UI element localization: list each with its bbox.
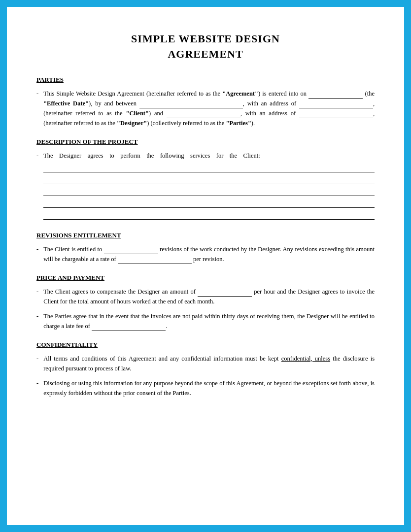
- confidentiality-bullet-1: - All terms and conditions of this Agree…: [36, 354, 375, 373]
- revisions-bullet-1: - The Client is entitled to revisions of…: [36, 244, 375, 264]
- effective-date-term: "Effective Date": [43, 100, 89, 107]
- desc-line-1: [43, 163, 375, 172]
- confidentiality-bullet-2: - Disclosing or using this information f…: [36, 378, 375, 398]
- bullet-dash-4: -: [36, 287, 38, 306]
- parties-bullet-1: - This Simple Website Design Agreement (…: [36, 89, 375, 128]
- document-title: SIMPLE WEBSITE DESIGN AGREEMENT: [36, 32, 375, 62]
- revisions-text: The Client is entitled to revisions of t…: [43, 244, 375, 264]
- price-text-1: The Client agrees to compensate the Desi…: [43, 287, 375, 306]
- price-text-2: The Parties agree that in the event that…: [43, 311, 375, 331]
- revisions-number-blank: [104, 254, 158, 254]
- client-term: "Client": [126, 110, 149, 117]
- designer-term: "Designer": [117, 120, 147, 127]
- party2-name-blank: [167, 118, 240, 118]
- parties-term: "Parties": [226, 120, 251, 127]
- price-bullet-2: - The Parties agree that in the event th…: [36, 311, 375, 331]
- bullet-dash-7: -: [36, 378, 38, 398]
- desc-line-3: [43, 186, 375, 196]
- agreement-term: "Agreement": [222, 90, 258, 97]
- document-page: SIMPLE WEBSITE DESIGN AGREEMENT PARTIES …: [7, 7, 404, 525]
- description-text: The Designer agrees to perform the follo…: [43, 151, 375, 222]
- party1-name-blank: [139, 108, 243, 108]
- price-amount-blank: [198, 296, 252, 297]
- confidentiality-heading: CONFIDENTIALITY: [36, 341, 375, 349]
- party1-address-blank: [299, 108, 373, 108]
- parties-text: This Simple Website Design Agreement (he…: [43, 89, 375, 128]
- price-heading: PRICE AND PAYMENT: [36, 274, 375, 282]
- revisions-heading: REVISIONS ENTITLEMENT: [36, 232, 375, 239]
- title-line1: SIMPLE WEBSITE DESIGN: [36, 32, 375, 47]
- description-blank-lines: [43, 163, 375, 220]
- bullet-dash-6: -: [36, 354, 38, 373]
- bullet-dash-5: -: [36, 311, 38, 331]
- bullet-dash: -: [36, 89, 38, 128]
- confidential-underline-text: confidential, unless: [281, 355, 330, 362]
- confidentiality-text-1: All terms and conditions of this Agreeme…: [43, 354, 375, 373]
- bullet-dash-3: -: [36, 244, 38, 264]
- bullet-dash-2: -: [36, 151, 38, 222]
- price-bullet-1: - The Client agrees to compensate the De…: [36, 287, 375, 306]
- desc-line-4: [43, 198, 375, 208]
- page-border: SIMPLE WEBSITE DESIGN AGREEMENT PARTIES …: [0, 0, 411, 532]
- party2-address-blank: [299, 118, 373, 118]
- desc-line-5: [43, 210, 375, 220]
- parties-heading: PARTIES: [36, 76, 375, 84]
- desc-line-2: [43, 174, 375, 184]
- confidentiality-text-2: Disclosing or using this information for…: [43, 378, 375, 398]
- description-bullet-1: - The Designer agrees to perform the fol…: [36, 151, 375, 222]
- title-line2: AGREEMENT: [36, 47, 375, 62]
- effective-date-blank: [308, 98, 363, 99]
- revisions-rate-blank: [118, 264, 192, 264]
- late-fee-blank: [92, 331, 166, 331]
- description-heading: DESCRIPTION OF THE PROJECT: [36, 138, 375, 146]
